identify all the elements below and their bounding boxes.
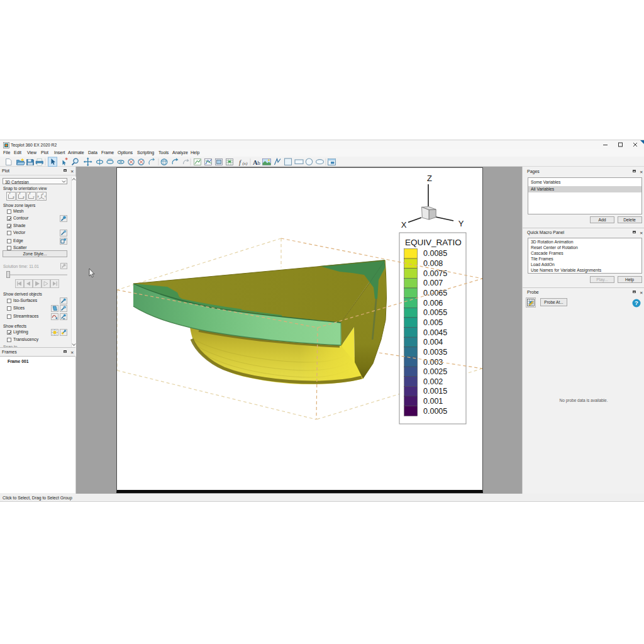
svg-text:0.0015: 0.0015 <box>423 387 447 396</box>
svg-text:0.006: 0.006 <box>423 299 443 308</box>
svg-text:0.0045: 0.0045 <box>423 328 447 337</box>
svg-text:0.0025: 0.0025 <box>423 367 447 376</box>
svg-text:0.007: 0.007 <box>423 279 443 287</box>
svg-text:Y: Y <box>458 219 464 228</box>
svg-text:0.0055: 0.0055 <box>423 308 447 317</box>
svg-text:0.0005: 0.0005 <box>423 407 447 416</box>
svg-text:0.0035: 0.0035 <box>423 348 447 357</box>
svg-text:f: f <box>239 159 242 166</box>
svg-text:(x): (x) <box>243 161 248 166</box>
svg-text:0.002: 0.002 <box>423 377 443 386</box>
svg-text:?: ? <box>635 299 638 306</box>
svg-text:0.004: 0.004 <box>423 338 443 347</box>
svg-text:b: b <box>258 160 260 166</box>
svg-text:Z: Z <box>427 174 432 183</box>
svg-text:0.008: 0.008 <box>423 259 443 268</box>
svg-text:0.001: 0.001 <box>423 397 443 406</box>
svg-text:0.003: 0.003 <box>423 358 443 367</box>
svg-text:0.0075: 0.0075 <box>423 269 447 278</box>
svg-text:X: X <box>401 220 407 230</box>
svg-text:EQUIV_RATIO: EQUIV_RATIO <box>405 238 462 247</box>
svg-text:0.0085: 0.0085 <box>423 249 447 258</box>
svg-text:0.005: 0.005 <box>423 318 443 327</box>
